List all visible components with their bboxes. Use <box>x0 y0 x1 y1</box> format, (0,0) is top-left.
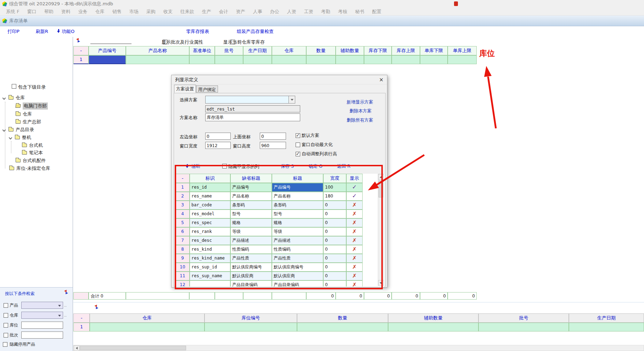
column-header[interactable]: 产品名称 <box>126 46 189 55</box>
menu-item[interactable]: 采购 <box>142 9 159 15</box>
default-title-cell[interactable]: 等级 <box>230 227 272 236</box>
menu-item[interactable]: 帮助 <box>40 9 57 15</box>
chevron-down-icon[interactable] <box>2 128 6 132</box>
dialog-grid-row[interactable]: 5 res_spec 规格 规格 0 <box>175 218 363 227</box>
menu-item[interactable]: 销售 <box>108 9 125 15</box>
width-cell[interactable]: 0 <box>323 254 346 263</box>
column-header[interactable]: 仓库 <box>90 313 205 323</box>
column-header[interactable]: 辅助数量 <box>336 46 364 55</box>
column-header[interactable]: 批号 <box>478 313 569 323</box>
title-cell[interactable]: 条形码 <box>272 201 323 210</box>
auto-maximize-checkbox[interactable] <box>296 143 300 147</box>
default-title-cell[interactable]: 产品描述 <box>230 236 272 245</box>
width-cell[interactable]: 0 <box>323 227 346 236</box>
width-cell[interactable]: 0 <box>323 280 346 286</box>
visibility-mark-icon[interactable] <box>346 192 363 201</box>
warehouse-more-button[interactable]: .. <box>64 313 67 318</box>
window-width-input[interactable]: 1912 <box>205 142 231 149</box>
scrollbar-thumb[interactable] <box>80 346 186 350</box>
scroll-left-button[interactable] <box>74 345 79 351</box>
grid-cell[interactable] <box>569 323 644 332</box>
identifier-cell[interactable]: res_spec <box>190 218 230 227</box>
assembly-stock-check-link[interactable]: 组装产品存量检查 <box>237 28 274 35</box>
grid-cell[interactable] <box>243 55 272 64</box>
delete-scheme-button[interactable]: 删除本方案 <box>349 108 372 114</box>
menu-item[interactable]: 会计 <box>215 9 232 15</box>
grid-cell[interactable] <box>420 55 448 64</box>
column-header[interactable]: 宽度 <box>323 174 346 183</box>
grid-cell[interactable] <box>272 55 306 64</box>
column-header[interactable]: 数量 <box>297 313 388 323</box>
hide-disabled-checkbox[interactable] <box>3 342 7 347</box>
menu-item[interactable]: 考核 <box>334 9 351 15</box>
default-title-cell[interactable]: 默认供应商 <box>230 272 272 280</box>
menu-item[interactable]: 仓库 <box>91 9 108 15</box>
visibility-mark-icon[interactable] <box>346 183 363 192</box>
default-title-cell[interactable]: 产品目录编码 <box>230 280 272 286</box>
identifier-cell[interactable]: res_kind_name <box>190 254 230 263</box>
menu-item[interactable]: 业务 <box>74 9 91 15</box>
default-scheme-checkbox[interactable] <box>296 133 300 138</box>
menu-item[interactable]: 人资 <box>283 9 300 15</box>
product-filter-combo[interactable] <box>21 302 63 309</box>
identifier-cell[interactable]: res_desc <box>190 236 230 245</box>
functions-button[interactable]: 功能O <box>62 28 74 35</box>
menu-item[interactable]: 资料 <box>57 9 74 15</box>
left-coord-input[interactable]: 0 <box>205 133 231 140</box>
dialog-grid-row[interactable]: 1 res_id 产品编号 产品编号 100 <box>175 183 363 192</box>
ok-button[interactable]: 确定 O <box>309 163 323 169</box>
default-title-cell[interactable]: 性质编码 <box>230 245 272 254</box>
scheme-name-input[interactable]: 库存清单 <box>205 113 300 121</box>
column-header[interactable]: 生产日期 <box>569 313 644 323</box>
dialog-grid-row[interactable]: 2 res_name 产品名称 产品名称 180 <box>175 192 363 201</box>
location-filter-checkbox[interactable] <box>4 323 8 328</box>
refresh-button[interactable]: 刷新R <box>36 28 48 35</box>
visibility-mark-icon[interactable] <box>346 272 363 280</box>
column-header[interactable]: 库存上限 <box>392 46 420 55</box>
visibility-mark-icon[interactable] <box>346 236 363 245</box>
horizontal-scrollbar[interactable] <box>73 345 644 351</box>
default-title-cell[interactable]: 型号 <box>230 210 272 218</box>
column-header[interactable]: 标题 <box>272 174 323 183</box>
save-button[interactable]: 保存 S <box>281 163 294 169</box>
menu-item[interactable]: 考勤 <box>317 9 334 15</box>
width-cell[interactable]: 100 <box>323 183 346 192</box>
column-header[interactable]: 仓库 <box>272 46 306 55</box>
column-header[interactable]: 单库上限 <box>448 46 477 55</box>
back-button[interactable]: 返回 R <box>337 163 351 169</box>
default-title-cell[interactable]: 产品编号 <box>230 183 272 192</box>
tree-item-warehouse[interactable]: 仓库 <box>16 110 32 118</box>
close-icon[interactable]: × <box>379 77 383 83</box>
dialog-grid-row[interactable]: 4 res_model 型号 型号 0 <box>175 210 363 218</box>
title-cell[interactable]: 产品目录编码 <box>272 280 323 286</box>
include-subfolders-checkbox[interactable] <box>12 84 16 89</box>
dialog-grid-row[interactable]: 12 产品目录编码 产品目录编码 0 <box>175 280 363 286</box>
batch-filter-checkbox[interactable] <box>4 333 8 338</box>
tree-item-warehouse-root[interactable]: 仓库 <box>3 94 25 102</box>
menu-item[interactable]: 工资 <box>300 9 317 15</box>
visibility-mark-icon[interactable] <box>346 254 363 263</box>
menu-item[interactable]: 办公 <box>266 9 283 15</box>
window-height-input[interactable]: 960 <box>260 142 286 149</box>
tree-item-desktop-parts[interactable]: 台式机配件 <box>16 157 46 165</box>
column-header[interactable]: 显示 <box>346 174 363 183</box>
column-header[interactable]: - <box>175 174 190 183</box>
menu-item[interactable]: 配置 <box>368 9 385 15</box>
tree-item-complete-machine[interactable]: 整机 <box>9 134 31 141</box>
width-cell[interactable]: 0 <box>323 236 346 245</box>
grid-cell[interactable] <box>392 55 420 64</box>
dialog-grid-row[interactable]: 10 res_sup_id 默认供应商编号 默认供应商编号 0 <box>175 263 363 272</box>
menu-item[interactable]: 市场 <box>125 9 142 15</box>
swap-columns-icon[interactable] <box>94 306 100 310</box>
add-scheme-button[interactable]: 新增显示方案 <box>347 99 373 105</box>
scrollbar-thumb[interactable] <box>379 180 383 197</box>
width-cell[interactable]: 0 <box>323 201 346 210</box>
identifier-cell[interactable]: res_sup_name <box>190 272 230 280</box>
column-header[interactable]: - <box>73 46 89 55</box>
dropdown-arrow-icon[interactable] <box>289 96 295 103</box>
visibility-mark-icon[interactable] <box>346 245 363 254</box>
column-header[interactable]: 基准单位 <box>189 46 215 55</box>
column-header[interactable]: 缺省标题 <box>230 174 272 183</box>
default-title-cell[interactable]: 条形码 <box>230 201 272 210</box>
width-cell[interactable]: 0 <box>323 218 346 227</box>
